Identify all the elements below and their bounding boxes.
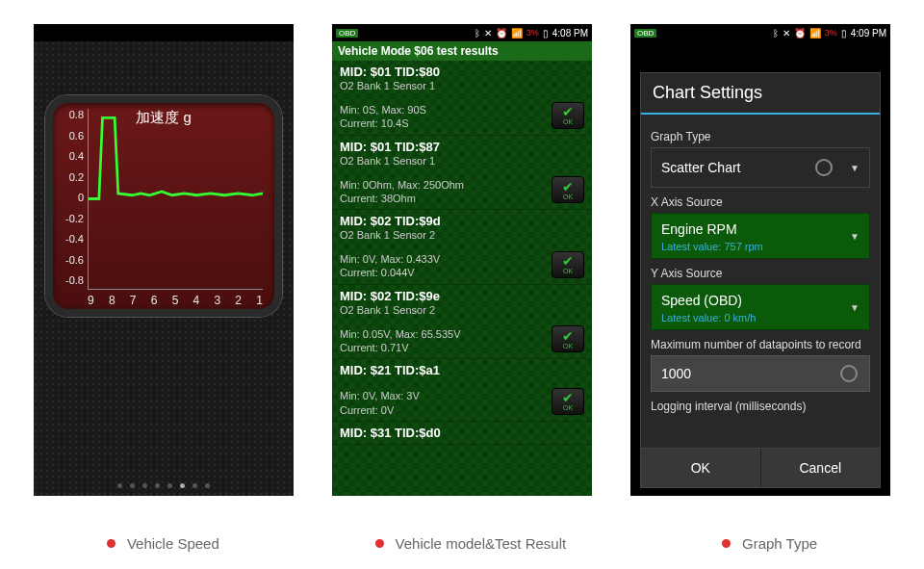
chevron-down-icon: ▼ bbox=[840, 302, 869, 313]
x-axis-select[interactable]: Engine RPM Latest value: 757 rpm ▼ bbox=[651, 213, 870, 259]
test-values: Min: 0V, Max: 0.433VCurrent: 0.044V bbox=[340, 252, 584, 280]
check-icon: ✔ bbox=[562, 329, 574, 343]
ok-status-button[interactable]: ✔OK bbox=[552, 176, 584, 203]
y-axis-value: Speed (OBD) bbox=[661, 293, 831, 308]
battery-icon: ▯ bbox=[543, 28, 549, 39]
check-icon: ✔ bbox=[562, 180, 574, 194]
graph-type-label: Graph Type bbox=[651, 130, 870, 143]
obd-badge-icon: OBD bbox=[336, 29, 358, 38]
y-axis-label: Y Axis Source bbox=[651, 267, 870, 280]
ok-status-button[interactable]: ✔OK bbox=[552, 102, 584, 129]
check-icon: ✔ bbox=[562, 105, 574, 118]
mute-icon: ✕ bbox=[484, 28, 492, 39]
x-axis-value: Engine RPM bbox=[661, 221, 831, 237]
test-values: Min: 0.05V, Max: 65.535VCurrent: 0.71V bbox=[340, 327, 584, 355]
radio-icon bbox=[840, 365, 858, 382]
x-axis-label: X Axis Source bbox=[651, 195, 870, 209]
chevron-down-icon: ▼ bbox=[840, 231, 869, 242]
test-values: Min: 0S, Max: 90SCurrent: 10.4S bbox=[340, 103, 584, 131]
chart-plot-area bbox=[88, 109, 263, 290]
x-axis-labels: 987654321 bbox=[88, 294, 263, 307]
test-mid-tid: MID: $01 TID:$80 bbox=[340, 65, 584, 79]
phone-vehicle-speed: 加速度 g 0.80.60.40.20-0.2-0.4-0.6-0.8 9876… bbox=[34, 24, 294, 496]
bullet-icon bbox=[375, 539, 384, 548]
battery-percent: 3% bbox=[825, 28, 837, 38]
obd-badge-icon: OBD bbox=[634, 29, 656, 38]
test-mid-tid: MID: $01 TID:$87 bbox=[340, 140, 584, 154]
acceleration-chart-panel: 加速度 g 0.80.60.40.20-0.2-0.4-0.6-0.8 9876… bbox=[45, 95, 282, 317]
chart-settings-dialog: Chart Settings Graph Type Scatter Chart … bbox=[640, 72, 881, 488]
check-icon: ✔ bbox=[562, 254, 574, 268]
logging-interval-label: Logging interval (milliseconds) bbox=[651, 400, 870, 413]
chart-screen: 加速度 g 0.80.60.40.20-0.2-0.4-0.6-0.8 9876… bbox=[34, 41, 294, 496]
test-mid-tid: MID: $02 TID:$9d bbox=[340, 214, 584, 228]
alarm-icon: ⏰ bbox=[794, 28, 806, 39]
ok-status-button[interactable]: ✔OK bbox=[552, 325, 584, 352]
status-bar: OBD ᛒ ✕ ⏰ 📶 3% ▯ 4:09 PM bbox=[630, 24, 890, 41]
test-values: Min: 0Ohm, Max: 250OhmCurrent: 38Ohm bbox=[340, 178, 584, 206]
test-values: Min: 0V, Max: 3VCurrent: 0V bbox=[340, 389, 584, 417]
check-icon: ✔ bbox=[562, 391, 574, 404]
status-bar bbox=[34, 24, 294, 41]
test-result-item[interactable]: MID: $31 TID:$d0 bbox=[332, 422, 592, 445]
battery-icon: ▯ bbox=[841, 28, 847, 39]
test-description: O2 Bank 1 Sensor 1 bbox=[340, 80, 584, 91]
bullet-icon bbox=[722, 539, 731, 548]
bullet-icon bbox=[107, 539, 116, 548]
max-datapoints-label: Maximum number of datapoints to record bbox=[651, 338, 870, 351]
signal-icon: 📶 bbox=[511, 28, 523, 39]
radio-icon bbox=[815, 159, 833, 176]
y-axis-select[interactable]: Speed (OBD) Latest value: 0 km/h ▼ bbox=[651, 284, 870, 330]
y-axis-latest: Latest value: 0 km/h bbox=[661, 312, 831, 323]
test-result-item[interactable]: MID: $02 TID:$9eO2 Bank 1 Sensor 2Min: 0… bbox=[332, 285, 592, 360]
caption-vehicle-speed: Vehicle Speed bbox=[107, 535, 219, 552]
status-time: 4:08 PM bbox=[552, 28, 588, 39]
dialog-title: Chart Settings bbox=[641, 73, 880, 115]
alarm-icon: ⏰ bbox=[496, 28, 507, 39]
test-result-item[interactable]: MID: $01 TID:$87O2 Bank 1 Sensor 1Min: 0… bbox=[332, 136, 592, 211]
page-indicator[interactable] bbox=[117, 483, 210, 488]
x-axis-latest: Latest value: 757 rpm bbox=[661, 241, 831, 252]
ok-status-button[interactable]: ✔OK bbox=[552, 388, 584, 415]
test-result-item[interactable]: MID: $21 TID:$a1Min: 0V, Max: 3VCurrent:… bbox=[332, 359, 592, 422]
status-bar: OBD ᛒ ✕ ⏰ 📶 3% ▯ 4:08 PM bbox=[332, 24, 592, 41]
signal-icon: 📶 bbox=[809, 28, 821, 39]
chevron-down-icon: ▼ bbox=[840, 163, 869, 173]
graph-type-value: Scatter Chart bbox=[652, 148, 815, 187]
settings-screen: Chart Settings Graph Type Scatter Chart … bbox=[630, 41, 890, 496]
caption-graph-type: Graph Type bbox=[722, 535, 817, 552]
ok-button[interactable]: OK bbox=[641, 449, 761, 487]
phone-test-results: OBD ᛒ ✕ ⏰ 📶 3% ▯ 4:08 PM Vehicle Mode $0… bbox=[332, 24, 592, 496]
cancel-button[interactable]: Cancel bbox=[761, 449, 881, 487]
max-datapoints-input[interactable]: 1000 bbox=[651, 355, 870, 392]
test-results-screen: Vehicle Mode $06 test results MID: $01 T… bbox=[332, 41, 592, 496]
test-mid-tid: MID: $21 TID:$a1 bbox=[340, 363, 584, 377]
test-description: O2 Bank 1 Sensor 2 bbox=[340, 229, 584, 241]
test-result-item[interactable]: MID: $02 TID:$9dO2 Bank 1 Sensor 2Min: 0… bbox=[332, 210, 592, 285]
test-result-item[interactable]: MID: $01 TID:$80O2 Bank 1 Sensor 1Min: 0… bbox=[332, 61, 592, 136]
phone-chart-settings: OBD ᛒ ✕ ⏰ 📶 3% ▯ 4:09 PM Chart Settings … bbox=[630, 24, 890, 496]
mute-icon: ✕ bbox=[783, 28, 790, 39]
page-title: Vehicle Mode $06 test results bbox=[332, 41, 592, 61]
test-description: O2 Bank 1 Sensor 2 bbox=[340, 304, 584, 316]
max-datapoints-value: 1000 bbox=[652, 356, 840, 391]
caption-test-result: Vehicle model&Test Result bbox=[375, 535, 567, 552]
test-mid-tid: MID: $02 TID:$9e bbox=[340, 289, 584, 303]
ok-status-button[interactable]: ✔OK bbox=[552, 251, 584, 278]
y-axis-labels: 0.80.60.40.20-0.2-0.4-0.6-0.8 bbox=[61, 105, 84, 290]
battery-percent: 3% bbox=[526, 28, 539, 38]
status-time: 4:09 PM bbox=[851, 28, 886, 39]
graph-type-select[interactable]: Scatter Chart ▼ bbox=[651, 147, 870, 188]
bluetooth-icon: ᛒ bbox=[475, 28, 480, 39]
test-mid-tid: MID: $31 TID:$d0 bbox=[340, 426, 584, 440]
bluetooth-icon: ᛒ bbox=[773, 28, 779, 39]
test-description: O2 Bank 1 Sensor 1 bbox=[340, 155, 584, 167]
